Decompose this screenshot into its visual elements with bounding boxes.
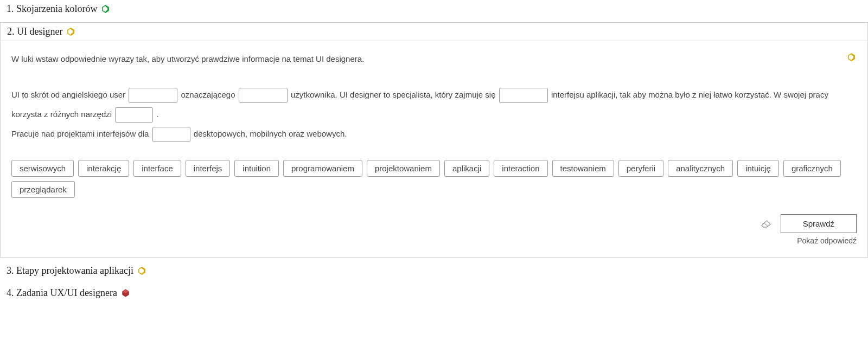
blank-slot[interactable] bbox=[239, 88, 288, 103]
blank-slot[interactable] bbox=[129, 88, 177, 103]
word-chip[interactable]: analitycznych bbox=[668, 160, 733, 177]
hexagon-icon bbox=[122, 289, 130, 297]
blank-slot[interactable] bbox=[499, 88, 548, 103]
blank-slot[interactable] bbox=[115, 107, 153, 123]
eraser-icon[interactable] bbox=[761, 220, 771, 228]
svg-marker-7 bbox=[142, 267, 145, 274]
svg-marker-1 bbox=[106, 5, 109, 12]
text-fragment: użytkownika. UI designer to specjalista,… bbox=[291, 90, 498, 99]
hexagon-icon bbox=[138, 267, 146, 275]
section-body-2: W luki wstaw odpowiednie wyrazy tak, aby… bbox=[0, 41, 868, 258]
text-fragment: UI to skrót od angielskiego user bbox=[11, 90, 127, 99]
fill-in-text: UI to skrót od angielskiego user oznacza… bbox=[11, 85, 857, 144]
section-header-2[interactable]: 2. UI designer bbox=[0, 22, 868, 41]
section-header-4[interactable]: 4. Zadania UX/UI designera bbox=[0, 284, 868, 302]
word-chip[interactable]: serwisowych bbox=[11, 160, 74, 177]
svg-marker-3 bbox=[71, 28, 74, 35]
word-chip[interactable]: projektowaniem bbox=[367, 160, 440, 177]
hexagon-icon bbox=[101, 5, 110, 13]
word-chip[interactable]: interakcję bbox=[78, 160, 129, 177]
exercise-instruction: W luki wstaw odpowiednie wyrazy tak, aby… bbox=[11, 54, 857, 63]
section-header-3[interactable]: 3. Etapy projektowania aplikacji bbox=[0, 262, 868, 280]
text-fragment: Pracuje nad projektami interfejsów dla bbox=[11, 129, 151, 138]
section-title: 3. Etapy projektowania aplikacji bbox=[7, 265, 133, 276]
hexagon-icon bbox=[67, 28, 75, 36]
section-title: 2. UI designer bbox=[7, 26, 62, 37]
section-header-1[interactable]: 1. Skojarzenia kolorów bbox=[0, 0, 868, 18]
exercise-list: 1. Skojarzenia kolorów 2. UI designer W … bbox=[0, 0, 868, 302]
check-button[interactable]: Sprawdź bbox=[781, 214, 857, 233]
word-chip[interactable]: aplikacji bbox=[444, 160, 489, 177]
svg-marker-5 bbox=[852, 54, 855, 61]
word-chip[interactable]: interfejs bbox=[186, 160, 231, 177]
word-chip[interactable]: testowaniem bbox=[552, 160, 614, 177]
word-chip[interactable]: intuicję bbox=[737, 160, 779, 177]
section-title: 1. Skojarzenia kolorów bbox=[7, 3, 97, 15]
text-fragment: oznaczającego bbox=[181, 90, 237, 99]
word-chip[interactable]: graficznych bbox=[783, 160, 841, 177]
text-fragment: desktopowych, mobilnych oraz webowych. bbox=[194, 129, 347, 138]
word-bank: serwisowych interakcję interface interfe… bbox=[11, 160, 857, 198]
word-chip[interactable]: interface bbox=[133, 160, 181, 177]
hexagon-icon bbox=[847, 53, 856, 61]
word-chip[interactable]: peryferii bbox=[618, 160, 663, 177]
blank-slot[interactable] bbox=[152, 127, 190, 142]
exercise-footer: Sprawdź bbox=[11, 214, 857, 233]
word-chip[interactable]: przeglądarek bbox=[11, 181, 75, 198]
word-chip[interactable]: programowaniem bbox=[283, 160, 362, 177]
show-answer-link[interactable]: Pokaż odpowiedź bbox=[797, 236, 857, 245]
section-title: 4. Zadania UX/UI designera bbox=[7, 287, 117, 299]
word-chip[interactable]: interaction bbox=[494, 160, 547, 177]
word-chip[interactable]: intuition bbox=[234, 160, 279, 177]
text-fragment: . bbox=[156, 110, 158, 119]
